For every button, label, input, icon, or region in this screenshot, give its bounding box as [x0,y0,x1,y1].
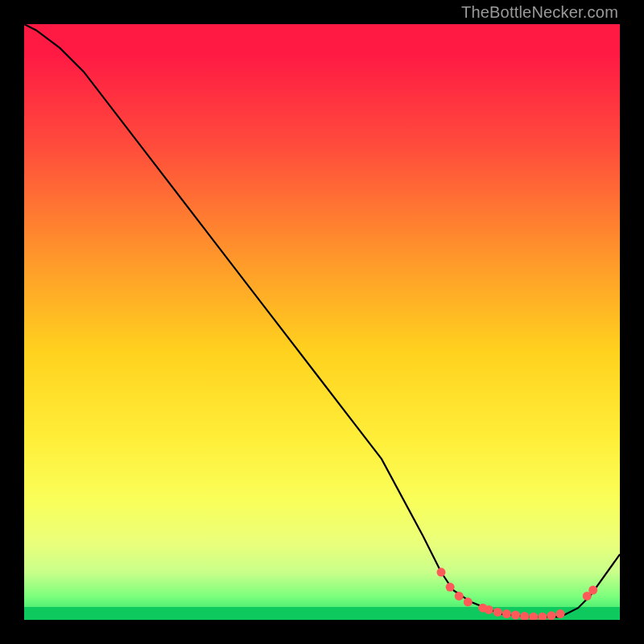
bottleneck-curve [24,24,620,617]
plot-area [24,24,620,620]
chart-frame: TheBottleNecker.com [0,0,644,644]
curve-marker [588,586,597,595]
curve-marker [485,605,493,614]
curve-marker [455,592,464,601]
curve-marker [556,609,565,618]
curve-marker [437,568,446,576]
curve-marker [493,608,502,617]
curve-marker [547,611,555,620]
chart-svg [24,24,620,620]
curve-marker [529,613,538,620]
curve-marker [502,609,511,618]
curve-marker [464,597,473,606]
attribution-text: TheBottleNecker.com [461,3,618,22]
markers-group [437,568,598,620]
curve-marker [446,583,455,592]
curve-marker [538,613,547,620]
curve-marker [511,611,520,620]
curve-marker [520,612,529,620]
